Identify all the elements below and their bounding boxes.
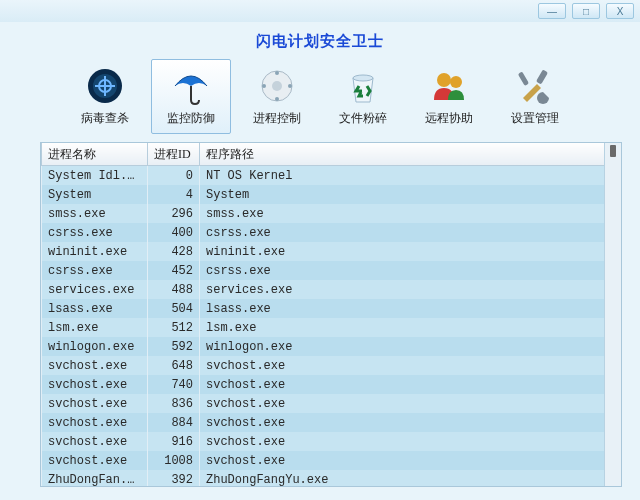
cell-name: System bbox=[42, 185, 148, 204]
svg-rect-13 bbox=[536, 69, 548, 84]
cell-pid: 0 bbox=[148, 166, 200, 186]
cell-name: winlogon.exe bbox=[42, 337, 148, 356]
svg-point-5 bbox=[272, 81, 282, 91]
cell-path: csrss.exe bbox=[200, 261, 605, 280]
people-icon bbox=[427, 64, 471, 108]
table-row[interactable]: winlogon.exe592winlogon.exe bbox=[42, 337, 605, 356]
svg-point-8 bbox=[262, 84, 266, 88]
cell-name: svchost.exe bbox=[42, 432, 148, 451]
table-row[interactable]: svchost.exe648svchost.exe bbox=[42, 356, 605, 375]
cell-name: lsass.exe bbox=[42, 299, 148, 318]
shield-target-icon bbox=[83, 64, 127, 108]
gear-disc-icon bbox=[255, 64, 299, 108]
vertical-scrollbar[interactable] bbox=[604, 143, 621, 486]
table-row[interactable]: svchost.exe836svchost.exe bbox=[42, 394, 605, 413]
table-row[interactable]: lsass.exe504lsass.exe bbox=[42, 299, 605, 318]
cell-pid: 452 bbox=[148, 261, 200, 280]
cell-name: svchost.exe bbox=[42, 356, 148, 375]
cell-path: svchost.exe bbox=[200, 413, 605, 432]
table-row[interactable]: smss.exe296smss.exe bbox=[42, 204, 605, 223]
cell-path: NT OS Kernel bbox=[200, 166, 605, 186]
cell-path: svchost.exe bbox=[200, 356, 605, 375]
app-title: 闪电计划安全卫士 bbox=[0, 22, 640, 57]
svg-point-7 bbox=[275, 97, 279, 101]
process-table: 进程名称 进程ID 程序路径 System Idl...0NT OS Kerne… bbox=[41, 143, 605, 486]
toolbar-label: 远程协助 bbox=[412, 110, 486, 127]
cell-path: svchost.exe bbox=[200, 451, 605, 470]
cell-name: svchost.exe bbox=[42, 413, 148, 432]
maximize-button[interactable]: □ bbox=[572, 3, 600, 19]
table-row[interactable]: lsm.exe512lsm.exe bbox=[42, 318, 605, 337]
cell-path: svchost.exe bbox=[200, 394, 605, 413]
cell-name: smss.exe bbox=[42, 204, 148, 223]
close-button[interactable]: X bbox=[606, 3, 634, 19]
table-row[interactable]: ZhuDongFan...392ZhuDongFangYu.exe bbox=[42, 470, 605, 486]
cell-name: svchost.exe bbox=[42, 375, 148, 394]
svg-point-9 bbox=[288, 84, 292, 88]
toolbar-item-virus-scan[interactable]: 病毒查杀 bbox=[65, 59, 145, 134]
cell-path: services.exe bbox=[200, 280, 605, 299]
recycle-bin-icon bbox=[341, 64, 385, 108]
table-row[interactable]: System Idl...0NT OS Kernel bbox=[42, 166, 605, 186]
cell-pid: 916 bbox=[148, 432, 200, 451]
cell-pid: 836 bbox=[148, 394, 200, 413]
cell-name: wininit.exe bbox=[42, 242, 148, 261]
table-row[interactable]: wininit.exe428wininit.exe bbox=[42, 242, 605, 261]
tools-icon bbox=[513, 64, 557, 108]
cell-name: csrss.exe bbox=[42, 223, 148, 242]
cell-pid: 4 bbox=[148, 185, 200, 204]
scrollbar-thumb[interactable] bbox=[610, 145, 616, 157]
table-row[interactable]: svchost.exe1008svchost.exe bbox=[42, 451, 605, 470]
cell-name: lsm.exe bbox=[42, 318, 148, 337]
toolbar-item-settings[interactable]: 设置管理 bbox=[495, 59, 575, 134]
cell-path: winlogon.exe bbox=[200, 337, 605, 356]
cell-pid: 512 bbox=[148, 318, 200, 337]
cell-name: services.exe bbox=[42, 280, 148, 299]
titlebar: — □ X bbox=[0, 0, 640, 22]
toolbar-label: 病毒查杀 bbox=[68, 110, 142, 127]
col-header-pid[interactable]: 进程ID bbox=[148, 143, 200, 166]
toolbar-item-monitor[interactable]: 监控防御 bbox=[151, 59, 231, 134]
svg-point-11 bbox=[437, 73, 451, 87]
table-row[interactable]: svchost.exe916svchost.exe bbox=[42, 432, 605, 451]
svg-rect-14 bbox=[518, 71, 529, 86]
table-row[interactable]: svchost.exe740svchost.exe bbox=[42, 375, 605, 394]
cell-pid: 296 bbox=[148, 204, 200, 223]
table-wrap: 进程名称 进程ID 程序路径 System Idl...0NT OS Kerne… bbox=[41, 143, 605, 486]
cell-pid: 400 bbox=[148, 223, 200, 242]
cell-path: smss.exe bbox=[200, 204, 605, 223]
cell-path: lsm.exe bbox=[200, 318, 605, 337]
col-header-path[interactable]: 程序路径 bbox=[200, 143, 605, 166]
umbrella-icon bbox=[169, 64, 213, 108]
col-header-name[interactable]: 进程名称 bbox=[42, 143, 148, 166]
table-row[interactable]: services.exe488services.exe bbox=[42, 280, 605, 299]
toolbar-label: 监控防御 bbox=[154, 110, 228, 127]
cell-path: lsass.exe bbox=[200, 299, 605, 318]
cell-name: svchost.exe bbox=[42, 394, 148, 413]
table-row[interactable]: csrss.exe452csrss.exe bbox=[42, 261, 605, 280]
cell-pid: 592 bbox=[148, 337, 200, 356]
toolbar-item-remote-help[interactable]: 远程协助 bbox=[409, 59, 489, 134]
svg-point-12 bbox=[450, 76, 462, 88]
cell-path: ZhuDongFangYu.exe bbox=[200, 470, 605, 486]
toolbar: 病毒查杀监控防御进程控制文件粉碎远程协助设置管理 bbox=[0, 57, 640, 142]
svg-point-10 bbox=[353, 75, 373, 81]
table-row[interactable]: System4System bbox=[42, 185, 605, 204]
cell-path: System bbox=[200, 185, 605, 204]
cell-pid: 488 bbox=[148, 280, 200, 299]
cell-pid: 1008 bbox=[148, 451, 200, 470]
cell-path: wininit.exe bbox=[200, 242, 605, 261]
cell-pid: 740 bbox=[148, 375, 200, 394]
table-row[interactable]: svchost.exe884svchost.exe bbox=[42, 413, 605, 432]
cell-pid: 428 bbox=[148, 242, 200, 261]
cell-path: csrss.exe bbox=[200, 223, 605, 242]
cell-pid: 392 bbox=[148, 470, 200, 486]
table-row[interactable]: csrss.exe400csrss.exe bbox=[42, 223, 605, 242]
cell-name: svchost.exe bbox=[42, 451, 148, 470]
toolbar-item-process-ctrl[interactable]: 进程控制 bbox=[237, 59, 317, 134]
cell-name: csrss.exe bbox=[42, 261, 148, 280]
toolbar-label: 进程控制 bbox=[240, 110, 314, 127]
minimize-button[interactable]: — bbox=[538, 3, 566, 19]
table-header-row: 进程名称 进程ID 程序路径 bbox=[42, 143, 605, 166]
toolbar-item-file-shred[interactable]: 文件粉碎 bbox=[323, 59, 403, 134]
